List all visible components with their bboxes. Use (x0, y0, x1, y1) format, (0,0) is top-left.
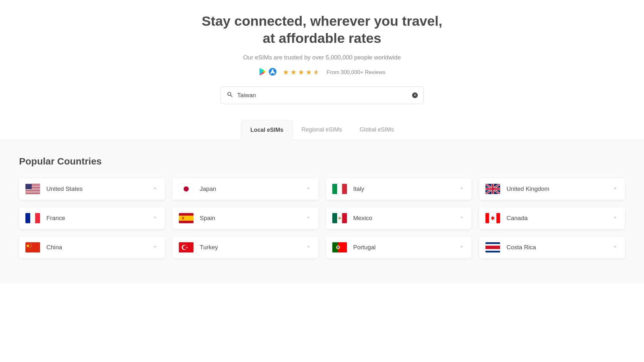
app-store-icon[interactable] (269, 68, 276, 77)
esim-tabs: Local eSIMsRegional eSIMsGlobal eSIMs (0, 120, 644, 140)
flag-ca-icon (485, 213, 500, 223)
chevron-down-icon (305, 214, 312, 222)
country-card-es[interactable]: Spain (173, 207, 318, 229)
flag-mx-icon (332, 213, 347, 223)
chevron-down-icon (458, 185, 465, 193)
country-card-fr[interactable]: France (19, 207, 165, 229)
country-card-pt[interactable]: Portugal (326, 237, 472, 258)
country-name: United Kingdom (506, 185, 549, 192)
country-card-mx[interactable]: Mexico (326, 207, 472, 229)
flag-cn-icon (25, 242, 40, 252)
flag-gb-icon (485, 184, 500, 194)
tab-regional-esims[interactable]: Regional eSIMs (293, 120, 351, 140)
country-name: China (46, 244, 62, 251)
flag-es-icon (179, 213, 193, 223)
flag-fr-icon (25, 213, 40, 223)
google-play-icon[interactable] (259, 68, 266, 77)
search-input[interactable] (234, 92, 412, 99)
country-name: Portugal (353, 244, 376, 251)
search-icon (227, 91, 234, 99)
country-name: Mexico (353, 215, 372, 222)
chevron-down-icon (612, 185, 619, 193)
chevron-down-icon (612, 214, 619, 222)
rating-stars: ★★★★ ★★ (283, 68, 320, 77)
country-name: United States (46, 185, 83, 192)
country-name: Italy (353, 185, 364, 192)
country-card-cn[interactable]: China (19, 237, 165, 258)
chevron-down-icon (152, 185, 159, 193)
flag-it-icon (332, 184, 347, 194)
search-box[interactable]: ✕ (220, 86, 424, 104)
section-heading: Popular Countries (19, 156, 625, 167)
tab-global-esims[interactable]: Global eSIMs (351, 120, 403, 140)
country-card-it[interactable]: Italy (326, 178, 472, 200)
chevron-down-icon (305, 185, 312, 193)
chevron-down-icon (152, 243, 159, 251)
reviews-row: ★★★★ ★★ From 300,000+ Reviews (6, 68, 638, 77)
country-name: Turkey (200, 244, 218, 251)
chevron-down-icon (458, 214, 465, 222)
country-name: Costa Rica (506, 244, 536, 251)
chevron-down-icon (305, 243, 312, 251)
chevron-down-icon (152, 214, 159, 222)
country-card-us[interactable]: United States (19, 178, 165, 200)
clear-search-button[interactable]: ✕ (412, 92, 418, 98)
flag-tr-icon (179, 242, 193, 252)
country-card-gb[interactable]: United Kingdom (479, 178, 625, 200)
chevron-down-icon (458, 243, 465, 251)
country-card-cr[interactable]: Costa Rica (479, 237, 625, 258)
tab-local-esims[interactable]: Local eSIMs (241, 120, 293, 140)
country-name: Japan (200, 185, 216, 192)
country-name: Spain (200, 215, 215, 222)
country-card-jp[interactable]: Japan (173, 178, 318, 200)
chevron-down-icon (612, 243, 619, 251)
country-card-tr[interactable]: Turkey (173, 237, 318, 258)
country-name: France (46, 215, 65, 222)
flag-cr-icon (485, 242, 500, 252)
flag-jp-icon (179, 184, 193, 194)
flag-us-icon (25, 184, 40, 194)
flag-pt-icon (332, 242, 347, 252)
page-subtitle: Our eSIMs are trusted by over 5,000,000 … (6, 54, 638, 61)
reviews-count: From 300,000+ Reviews (327, 69, 385, 76)
country-card-ca[interactable]: Canada (479, 207, 625, 229)
country-name: Canada (506, 215, 528, 222)
page-title: Stay connected, wherever you travel, at … (6, 13, 638, 47)
